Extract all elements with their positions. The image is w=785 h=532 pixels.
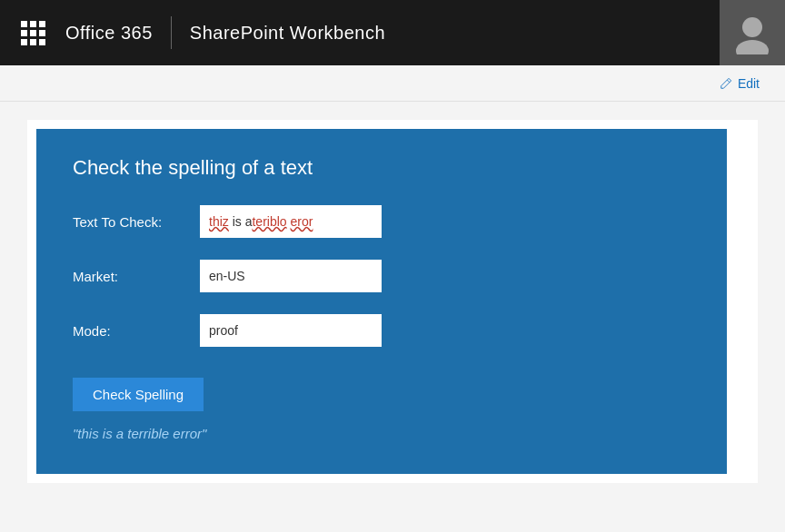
market-row: Market: xyxy=(73,260,691,292)
avatar-icon xyxy=(730,11,774,54)
header-divider xyxy=(171,16,172,49)
misspelled-thiz: thiz xyxy=(209,214,229,229)
market-input[interactable] xyxy=(200,260,382,292)
mode-input[interactable] xyxy=(200,314,382,347)
sharepoint-title: SharePoint Workbench xyxy=(190,23,720,44)
spell-check-result: "this is a terrible error" xyxy=(73,426,691,441)
mode-row: Mode: xyxy=(73,314,691,347)
card-title: Check the spelling of a text xyxy=(73,156,691,180)
app-header: Office 365 SharePoint Workbench xyxy=(0,0,785,65)
text-to-check-label: Text To Check: xyxy=(73,214,200,230)
card-wrapper: Check the spelling of a text Text To Che… xyxy=(27,120,758,483)
misspelled-teriblo: teriblo xyxy=(252,214,286,229)
waffle-button[interactable] xyxy=(0,0,65,65)
market-label: Market: xyxy=(73,269,200,284)
toolbar: Edit xyxy=(0,65,785,102)
text-to-check-row: Text To Check: thiz is a teriblo eror xyxy=(73,205,691,238)
word-is: is a xyxy=(233,214,253,229)
check-spelling-label: Check Spelling xyxy=(93,387,184,402)
pencil-icon xyxy=(720,77,732,90)
edit-label: Edit xyxy=(738,76,760,91)
edit-button[interactable]: Edit xyxy=(712,73,767,94)
mode-label: Mode: xyxy=(73,323,200,339)
svg-point-0 xyxy=(742,17,762,37)
check-spelling-button[interactable]: Check Spelling xyxy=(73,378,204,411)
spell-checker-card: Check the spelling of a text Text To Che… xyxy=(36,129,727,474)
main-content: Check the spelling of a text Text To Che… xyxy=(0,102,785,501)
text-to-check-display[interactable]: thiz is a teriblo eror xyxy=(200,205,382,238)
word-eror: eror xyxy=(291,214,313,229)
waffle-icon xyxy=(21,21,45,45)
office-title: Office 365 xyxy=(65,23,153,44)
svg-point-1 xyxy=(736,40,769,54)
user-avatar[interactable] xyxy=(720,0,785,65)
